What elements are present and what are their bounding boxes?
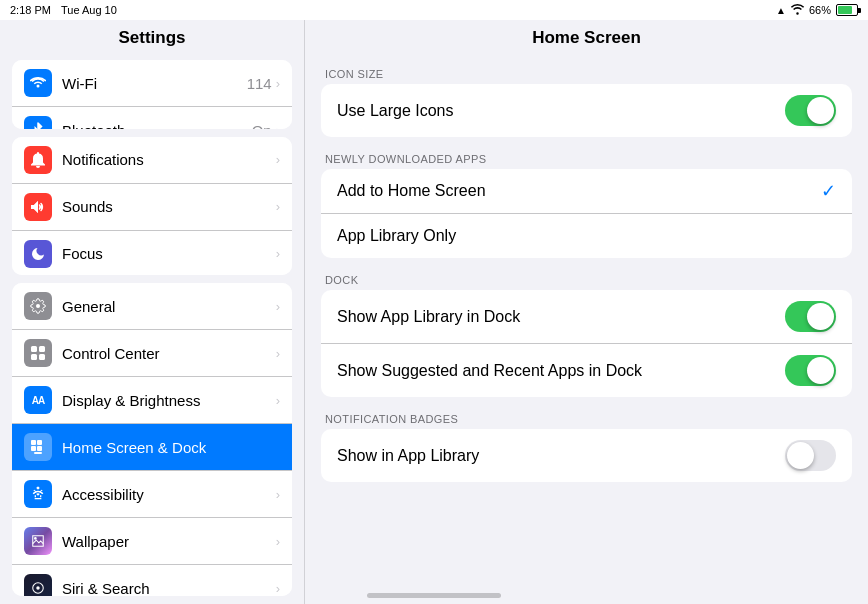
svg-point-12 [34, 537, 37, 540]
sounds-icon [24, 193, 52, 221]
sidebar-item-sounds[interactable]: Sounds › [12, 184, 292, 231]
status-date: Tue Aug 10 [61, 4, 117, 16]
notifications-chevron: › [276, 152, 280, 167]
status-right: ▲ 66% [776, 3, 858, 17]
svg-rect-7 [31, 446, 36, 451]
section-label-dock: DOCK [305, 266, 868, 290]
content-item-show-app-library-dock: Show App Library in Dock [321, 290, 852, 344]
general-chevron: › [276, 299, 280, 314]
app-library-only-label: App Library Only [337, 227, 836, 245]
notifications-icon [24, 146, 52, 174]
homescreen-label: Home Screen & Dock [62, 439, 280, 456]
svg-rect-2 [39, 346, 45, 352]
sidebar-item-controlcenter[interactable]: Control Center › [12, 330, 292, 377]
focus-label: Focus [62, 245, 276, 262]
accessibility-icon [24, 480, 52, 508]
content-item-show-suggested-dock: Show Suggested and Recent Apps in Dock [321, 344, 852, 397]
display-chevron: › [276, 393, 280, 408]
wifi-icon [24, 69, 52, 97]
sidebar-item-display[interactable]: AA Display & Brightness › [12, 377, 292, 424]
status-time: 2:18 PM [10, 4, 51, 16]
controlcenter-label: Control Center [62, 345, 276, 362]
battery-icon [836, 4, 858, 16]
sidebar-item-wifi[interactable]: Wi-Fi 114 › [12, 60, 292, 107]
main-title: Home Screen [305, 20, 868, 60]
wifi-label: Wi-Fi [62, 75, 247, 92]
use-large-icons-toggle[interactable] [785, 95, 836, 126]
show-in-app-library-label: Show in App Library [337, 447, 785, 465]
svg-rect-6 [37, 440, 42, 445]
content-item-show-in-app-library: Show in App Library [321, 429, 852, 482]
content-group-icon-size: Use Large Icons [321, 84, 852, 137]
accessibility-label: Accessibility [62, 486, 276, 503]
show-in-app-library-toggle[interactable] [785, 440, 836, 471]
sidebar-item-siri[interactable]: Siri & Search › [12, 565, 292, 596]
status-left: 2:18 PM Tue Aug 10 [10, 4, 117, 16]
sidebar-title: Settings [0, 20, 304, 60]
svg-rect-9 [34, 452, 42, 454]
svg-point-0 [36, 304, 40, 308]
wifi-value: 114 [247, 75, 272, 92]
wallpaper-chevron: › [276, 534, 280, 549]
sidebar-item-wallpaper[interactable]: Wallpaper › [12, 518, 292, 565]
add-to-home-checkmark: ✓ [821, 180, 836, 202]
sidebar-item-focus[interactable]: Focus › [12, 231, 292, 276]
show-app-library-dock-toggle[interactable] [785, 301, 836, 332]
toggle-knob [807, 97, 834, 124]
svg-rect-5 [31, 440, 36, 445]
bluetooth-label: Bluetooth [62, 122, 252, 129]
location-icon: ▲ [776, 5, 786, 16]
general-icon [24, 292, 52, 320]
focus-icon [24, 240, 52, 268]
toggle-knob-2 [807, 303, 834, 330]
sidebar: Settings Wi-Fi 114 › [0, 0, 305, 604]
sidebar-item-accessibility[interactable]: Accessibility › [12, 471, 292, 518]
settings-group-personal: Notifications › Sounds › [12, 137, 292, 276]
sidebar-item-homescreen[interactable]: Home Screen & Dock [12, 424, 292, 471]
sounds-label: Sounds [62, 198, 276, 215]
bluetooth-value: On [252, 122, 272, 129]
use-large-icons-label: Use Large Icons [337, 102, 785, 120]
content-group-dock: Show App Library in Dock Show Suggested … [321, 290, 852, 397]
svg-rect-1 [31, 346, 37, 352]
battery-percentage: 66% [809, 4, 831, 16]
toggle-knob-3 [807, 357, 834, 384]
bluetooth-icon [24, 116, 52, 129]
wifi-status-icon [790, 3, 805, 17]
svg-rect-3 [31, 354, 37, 360]
show-suggested-dock-toggle[interactable] [785, 355, 836, 386]
content-item-app-library-only[interactable]: App Library Only [321, 214, 852, 258]
content-item-add-to-home[interactable]: Add to Home Screen ✓ [321, 169, 852, 214]
content-item-use-large-icons: Use Large Icons [321, 84, 852, 137]
sidebar-item-bluetooth[interactable]: Bluetooth On › [12, 107, 292, 129]
content-group-newly-downloaded: Add to Home Screen ✓ App Library Only [321, 169, 852, 258]
status-bar: 2:18 PM Tue Aug 10 ▲ 66% [0, 0, 868, 20]
show-app-library-dock-label: Show App Library in Dock [337, 308, 785, 326]
sidebar-item-notifications[interactable]: Notifications › [12, 137, 292, 184]
content-group-notification-badges: Show in App Library [321, 429, 852, 482]
display-label: Display & Brightness [62, 392, 276, 409]
sidebar-item-general[interactable]: General › [12, 283, 292, 330]
svg-rect-4 [39, 354, 45, 360]
svg-rect-8 [37, 446, 42, 451]
wallpaper-label: Wallpaper [62, 533, 276, 550]
general-label: General [62, 298, 276, 315]
add-to-home-label: Add to Home Screen [337, 182, 821, 200]
accessibility-chevron: › [276, 487, 280, 502]
siri-chevron: › [276, 581, 280, 596]
show-suggested-dock-label: Show Suggested and Recent Apps in Dock [337, 362, 785, 380]
section-label-notification-badges: NOTIFICATION BADGES [305, 405, 868, 429]
siri-icon [24, 574, 52, 596]
toggle-knob-4 [787, 442, 814, 469]
wallpaper-icon [24, 527, 52, 555]
app-container: Settings Wi-Fi 114 › [0, 0, 868, 604]
section-label-icon-size: ICON SIZE [305, 60, 868, 84]
wifi-chevron: › [276, 76, 280, 91]
settings-group-system: General › Control Center › AA Display & [12, 283, 292, 596]
homescreen-icon [24, 433, 52, 461]
home-indicator [367, 593, 501, 598]
focus-chevron: › [276, 246, 280, 261]
sounds-chevron: › [276, 199, 280, 214]
controlcenter-chevron: › [276, 346, 280, 361]
siri-label: Siri & Search [62, 580, 276, 596]
